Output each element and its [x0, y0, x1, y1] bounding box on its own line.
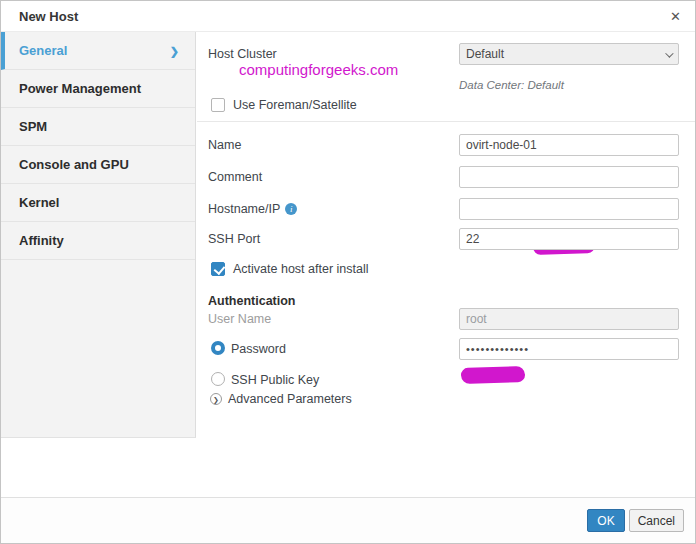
hostname-label-wrap: Hostname/IPi [208, 198, 297, 220]
name-label: Name [208, 134, 241, 156]
sidebar-item-label: Power Management [19, 81, 141, 96]
activate-host-label: Activate host after install [233, 262, 368, 277]
ssh-public-key-label: SSH Public Key [231, 373, 319, 388]
hostname-input[interactable] [459, 198, 679, 220]
host-cluster-select[interactable]: Default [459, 43, 679, 65]
name-input[interactable] [459, 134, 679, 156]
sidebar-item-spm[interactable]: SPM [1, 108, 195, 146]
dialog-titlebar: New Host ✕ [1, 1, 695, 32]
sidebar-item-console-and-gpu[interactable]: Console and GPU [1, 146, 195, 184]
comment-input[interactable] [459, 166, 679, 188]
use-foreman-label: Use Foreman/Satellite [233, 98, 357, 113]
sidebar-item-power-management[interactable]: Power Management [1, 70, 195, 108]
advanced-parameters-label[interactable]: Advanced Parameters [228, 392, 352, 406]
use-foreman-checkbox[interactable] [211, 98, 225, 112]
sidebar-item-label: Console and GPU [19, 157, 129, 172]
sidebar-item-label: Kernel [19, 195, 59, 210]
sidebar-item-kernel[interactable]: Kernel [1, 184, 195, 222]
info-icon[interactable]: i [285, 203, 297, 215]
username-input [459, 308, 679, 330]
authentication-header: Authentication [208, 294, 296, 308]
sidebar-item-label: General [19, 43, 67, 58]
sidebar-item-general[interactable]: General ❯ [1, 32, 195, 70]
dialog-title: New Host [19, 1, 78, 32]
expand-chevron-icon[interactable]: ❯ [210, 393, 222, 405]
watermark-text: computingforgeeks.com [239, 61, 398, 78]
form-panel: Host Cluster Default Data Center: Defaul… [197, 32, 695, 543]
dialog-footer: OK Cancel [1, 497, 695, 543]
section-divider [197, 121, 695, 122]
activate-host-checkbox[interactable] [211, 262, 225, 276]
password-label: Password [231, 342, 286, 357]
ssh-port-input[interactable] [459, 228, 679, 250]
ssh-port-label: SSH Port [208, 228, 260, 250]
chevron-right-icon: ❯ [170, 32, 179, 70]
password-input[interactable] [459, 338, 679, 360]
password-radio[interactable] [211, 341, 225, 355]
sidebar: General ❯ Power Management SPM Console a… [1, 32, 196, 438]
comment-label: Comment [208, 166, 262, 188]
sidebar-item-label: SPM [19, 119, 47, 134]
cancel-button[interactable]: Cancel [629, 509, 684, 532]
close-icon[interactable]: ✕ [670, 1, 681, 32]
hostname-label: Hostname/IP [208, 202, 280, 216]
chevron-down-icon [665, 49, 673, 57]
sidebar-item-affinity[interactable]: Affinity [1, 222, 195, 260]
ssh-public-key-radio[interactable] [211, 372, 225, 386]
data-center-note: Data Center: Default [459, 79, 564, 91]
sidebar-item-label: Affinity [19, 233, 64, 248]
host-cluster-value: Default [466, 47, 504, 61]
new-host-dialog: New Host ✕ General ❯ Power Management SP… [0, 0, 696, 544]
ok-button[interactable]: OK [587, 509, 624, 532]
username-label: User Name [208, 308, 271, 330]
